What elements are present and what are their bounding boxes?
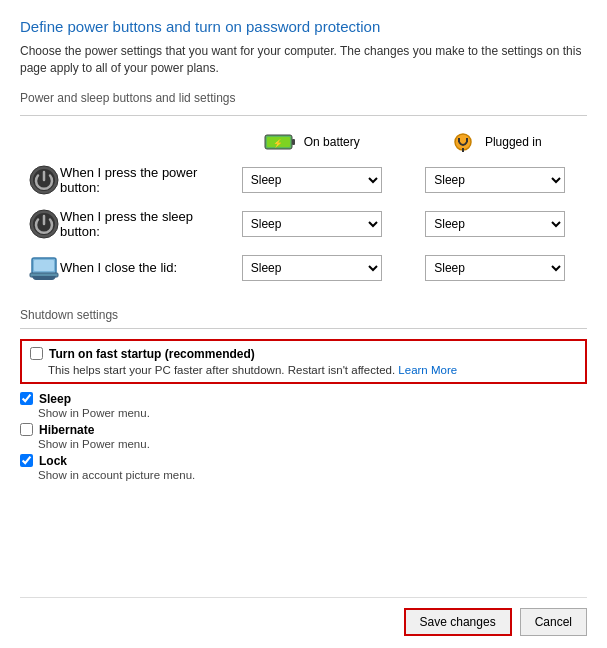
svg-text:⚡: ⚡ bbox=[273, 138, 283, 148]
power-table: ⚡ On battery bbox=[20, 126, 587, 290]
page-description: Choose the power settings that you want … bbox=[20, 43, 587, 77]
fast-startup-desc-text: This helps start your PC faster after sh… bbox=[48, 364, 395, 376]
plugged-in-label: Plugged in bbox=[485, 135, 542, 149]
power-section-label: Power and sleep buttons and lid settings bbox=[20, 91, 587, 105]
row-label-lid: When I close the lid: bbox=[60, 260, 177, 275]
shutdown-section: Shutdown settings Turn on fast startup (… bbox=[20, 308, 587, 485]
col-on-battery: ⚡ On battery bbox=[220, 126, 404, 158]
label-hibernate[interactable]: Hibernate bbox=[39, 423, 94, 437]
label-lock[interactable]: Lock bbox=[39, 454, 67, 468]
checkbox-lock[interactable] bbox=[20, 454, 33, 467]
fast-startup-box: Turn on fast startup (recommended) This … bbox=[20, 339, 587, 384]
shutdown-item-lock: LockShow in account picture menu. bbox=[20, 454, 587, 481]
page-title: Define power buttons and turn on passwor… bbox=[20, 18, 587, 35]
shutdown-items: SleepShow in Power menu.HibernateShow in… bbox=[20, 392, 587, 481]
bottom-bar: Save changes Cancel bbox=[20, 597, 587, 648]
power-row-power-button: When I press the power button:Do nothing… bbox=[20, 158, 587, 202]
page-container: Define power buttons and turn on passwor… bbox=[0, 0, 607, 648]
shutdown-divider bbox=[20, 328, 587, 329]
row-icon-sleep-button bbox=[28, 208, 60, 240]
checkbox-hibernate[interactable] bbox=[20, 423, 33, 436]
power-row-lid: When I close the lid:Do nothingSleepHibe… bbox=[20, 246, 587, 290]
fast-startup-label[interactable]: Turn on fast startup (recommended) bbox=[49, 347, 255, 361]
power-row-sleep-button: When I press the sleep button:Do nothing… bbox=[20, 202, 587, 246]
save-button[interactable]: Save changes bbox=[404, 608, 512, 636]
row-icon-power-button bbox=[28, 164, 60, 196]
select-lid-plugged[interactable]: Do nothingSleepHibernateShut downTurn of… bbox=[425, 255, 565, 281]
plugged-icon bbox=[449, 132, 477, 152]
checkbox-sleep[interactable] bbox=[20, 392, 33, 405]
select-power-button-battery[interactable]: Do nothingSleepHibernateShut downTurn of… bbox=[242, 167, 382, 193]
sublabel-lock: Show in account picture menu. bbox=[38, 469, 587, 481]
row-label-sleep-button: When I press the sleep button: bbox=[60, 209, 212, 239]
fast-startup-checkbox[interactable] bbox=[30, 347, 43, 360]
svg-point-4 bbox=[455, 134, 471, 150]
row-label-power-button: When I press the power button: bbox=[60, 165, 212, 195]
col-plugged-in: Plugged in bbox=[404, 126, 588, 158]
battery-icon: ⚡ bbox=[264, 133, 296, 151]
shutdown-item-hibernate: HibernateShow in Power menu. bbox=[20, 423, 587, 450]
shutdown-item-sleep: SleepShow in Power menu. bbox=[20, 392, 587, 419]
label-sleep[interactable]: Sleep bbox=[39, 392, 71, 406]
learn-more-link[interactable]: Learn More bbox=[398, 364, 457, 376]
svg-rect-13 bbox=[34, 260, 54, 271]
select-sleep-button-battery[interactable]: Do nothingSleepHibernateShut downTurn of… bbox=[242, 211, 382, 237]
shutdown-title: Shutdown settings bbox=[20, 308, 587, 322]
sublabel-sleep: Show in Power menu. bbox=[38, 407, 587, 419]
svg-rect-2 bbox=[292, 139, 295, 145]
select-power-button-plugged[interactable]: Do nothingSleepHibernateShut downTurn of… bbox=[425, 167, 565, 193]
on-battery-label: On battery bbox=[304, 135, 360, 149]
row-icon-lid bbox=[28, 252, 60, 284]
sublabel-hibernate: Show in Power menu. bbox=[38, 438, 587, 450]
select-sleep-button-plugged[interactable]: Do nothingSleepHibernateShut downTurn of… bbox=[425, 211, 565, 237]
fast-startup-description: This helps start your PC faster after sh… bbox=[48, 364, 577, 376]
select-lid-battery[interactable]: Do nothingSleepHibernateShut downTurn of… bbox=[242, 255, 382, 281]
cancel-button[interactable]: Cancel bbox=[520, 608, 587, 636]
section-divider bbox=[20, 115, 587, 116]
